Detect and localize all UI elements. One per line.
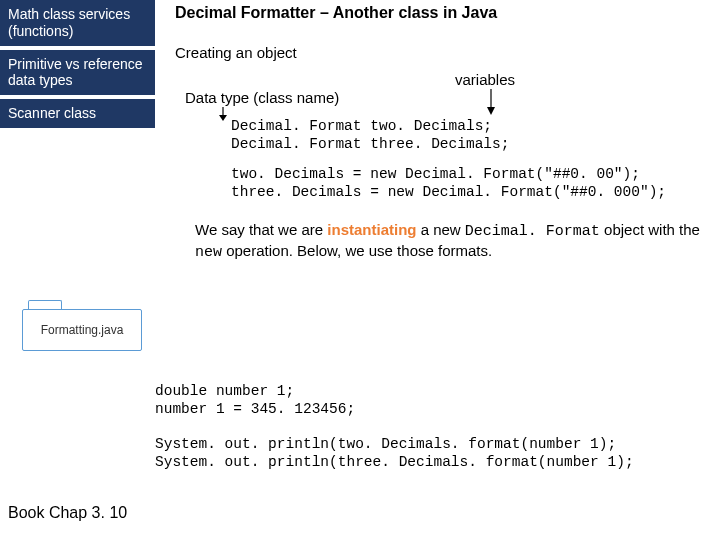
code-line: two. Decimals = new Decimal. Format("##0… (231, 166, 640, 182)
code-bottom-println: System. out. println(two. Decimals. form… (155, 435, 715, 471)
arrow-down-icon (215, 107, 231, 121)
text: operation. Below, we use those formats. (222, 242, 492, 259)
sidebar-item-label: Primitive vs reference data types (8, 56, 143, 89)
text: We say that we are (195, 221, 327, 238)
code-line: number 1 = 345. 123456; (155, 401, 355, 417)
code-instantiation: two. Decimals = new Decimal. Format("##0… (231, 165, 720, 201)
folder-tab: Formatting.java (22, 300, 142, 351)
section-subtitle: Creating an object (175, 44, 720, 61)
code-line: double number 1; (155, 383, 294, 399)
highlight-instantiating: instantiating (327, 221, 416, 238)
book-reference: Book Chap 3. 10 (8, 504, 127, 522)
annotation-data-type: Data type (class name) (185, 89, 339, 106)
page-title: Decimal Formatter – Another class in Jav… (175, 4, 720, 22)
code-line: Decimal. Format two. Decimals; (231, 118, 492, 134)
code-line: System. out. println(two. Decimals. form… (155, 436, 616, 452)
text: object with the (600, 221, 700, 238)
folder-label: Formatting.java (41, 323, 124, 337)
sidebar-item-scanner[interactable]: Scanner class (0, 99, 155, 128)
code-line: three. Decimals = new Decimal. Format("#… (231, 184, 666, 200)
svg-marker-1 (219, 115, 227, 121)
text: a new (416, 221, 464, 238)
code-line: Decimal. Format three. Decimals; (231, 136, 509, 152)
explanation-text: We say that we are instantiating a new D… (195, 220, 720, 263)
arrow-down-icon (483, 89, 499, 115)
sidebar-item-label: Scanner class (8, 105, 96, 121)
annotation-row: Data type (class name) variables (175, 71, 720, 115)
inline-code: Decimal. Format (465, 223, 600, 240)
sidebar-item-math[interactable]: Math class services (functions) (0, 0, 155, 46)
inline-code: new (195, 244, 222, 261)
code-declarations: Decimal. Format two. Decimals; Decimal. … (231, 117, 720, 153)
main-content: Decimal Formatter – Another class in Jav… (175, 4, 720, 281)
annotation-variables: variables (455, 71, 515, 88)
folder-tab-notch (28, 300, 62, 309)
code-line: System. out. println(three. Decimals. fo… (155, 454, 634, 470)
sidebar-item-primitive[interactable]: Primitive vs reference data types (0, 50, 155, 96)
code-bottom-vars: double number 1; number 1 = 345. 123456; (155, 382, 715, 418)
folder-tab-body: Formatting.java (22, 309, 142, 351)
sidebar-item-label: Math class services (functions) (8, 6, 130, 39)
svg-marker-3 (487, 107, 495, 115)
sidebar: Math class services (functions) Primitiv… (0, 0, 155, 132)
